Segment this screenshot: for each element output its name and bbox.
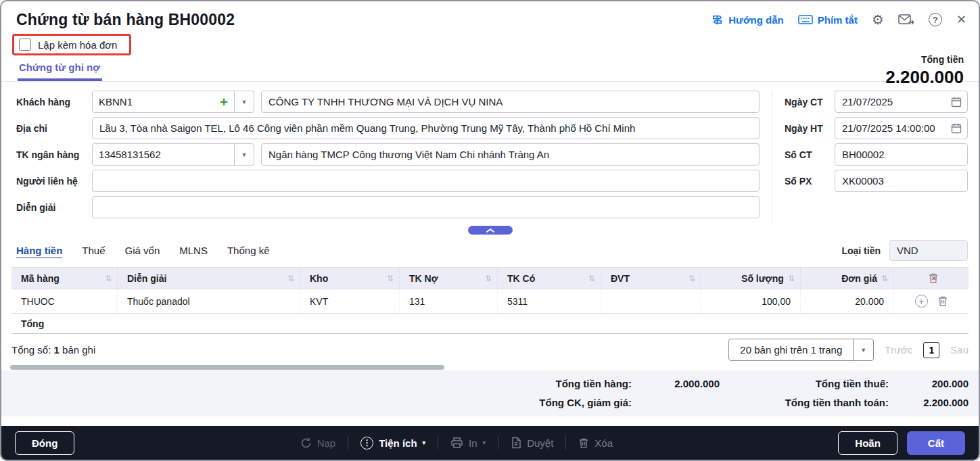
total-amount-box: Tổng tiền 2.200.000 <box>885 54 964 88</box>
col-description[interactable]: Diễn giải⇅ <box>118 268 300 289</box>
customer-name-field[interactable] <box>261 91 760 113</box>
post-date-field[interactable]: 21/07/2025 14:00:00 <box>835 117 968 139</box>
invoice-checkbox[interactable] <box>19 39 31 51</box>
tab-debit-document[interactable]: Chứng từ ghi nợ <box>18 57 102 81</box>
scrollbar-thumb[interactable] <box>10 365 444 370</box>
guide-link[interactable]: Hướng dẫn <box>711 14 784 26</box>
total-amount-value: 2.200.000 <box>885 67 964 88</box>
customer-combo[interactable]: KBNN1 + ▼ <box>92 91 254 113</box>
close-button[interactable]: Đóng <box>15 431 74 455</box>
print-button[interactable]: In ▾ <box>450 437 486 449</box>
invoice-checkbox-label[interactable]: Lập kèm hóa đơn <box>38 39 117 51</box>
calendar-icon[interactable] <box>951 97 962 107</box>
chevron-down-icon[interactable]: ▼ <box>853 339 873 360</box>
contact-label: Người liên hệ <box>16 176 92 187</box>
description-field[interactable] <box>92 196 760 218</box>
goods-total-label: Tổng tiền hàng: <box>469 378 632 389</box>
document-form: Khách hàng KBNN1 + ▼ Địa chỉ TK ngân hàn… <box>1 82 979 226</box>
calendar-icon[interactable] <box>951 123 962 134</box>
customer-dropdown-icon[interactable]: ▼ <box>234 91 254 113</box>
main-tabs: Chứng từ ghi nợ <box>1 57 979 82</box>
send-mail-icon[interactable] <box>898 14 914 26</box>
col-item-code[interactable]: Mã hàng⇅ <box>11 268 118 289</box>
prev-page-button[interactable]: Trước <box>885 344 912 356</box>
doc-date-field[interactable]: 21/07/2025 <box>835 91 968 113</box>
utilities-button[interactable]: ⋮ Tiện ích ▾ <box>360 437 425 450</box>
sort-icon[interactable]: ⇅ <box>788 274 795 283</box>
col-debit-account[interactable]: TK Nợ⇅ <box>400 268 498 289</box>
col-warehouse[interactable]: Kho⇅ <box>300 268 400 289</box>
bank-dropdown-icon[interactable]: ▼ <box>234 143 254 166</box>
sort-icon[interactable]: ⇅ <box>881 274 888 283</box>
cell-quantity[interactable]: 100,00 <box>701 289 801 313</box>
table-row[interactable]: THUOC Thuốc panadol KVT 131 5311 100,00 … <box>11 289 969 314</box>
col-unit[interactable]: ĐVT⇅ <box>601 268 701 289</box>
tab-mlns[interactable]: MLNS <box>179 245 208 256</box>
currency-field: VND <box>889 240 968 261</box>
bank-account-combo[interactable]: 13458131562 ▼ <box>92 143 254 166</box>
add-customer-icon[interactable]: + <box>220 95 228 109</box>
approve-button[interactable]: Duyệt <box>511 437 553 449</box>
sort-icon[interactable]: ⇅ <box>485 274 492 283</box>
sort-icon[interactable]: ⇅ <box>588 274 595 283</box>
save-button[interactable]: Cất <box>907 431 965 455</box>
description-label: Diễn giải <box>16 202 92 213</box>
cell-warehouse[interactable]: KVT <box>300 289 400 313</box>
contact-field[interactable] <box>92 170 760 192</box>
items-table-header: Mã hàng⇅ Diễn giải⇅ Kho⇅ TK Nợ⇅ TK Có⇅ Đ… <box>11 267 969 289</box>
sort-icon[interactable]: ⇅ <box>287 274 294 283</box>
next-page-button[interactable]: Sau <box>950 344 969 356</box>
delete-button[interactable]: Xóa <box>578 437 613 449</box>
tax-total-label: Tổng tiền thuế: <box>720 378 889 389</box>
col-unit-price[interactable]: Đơn giá⇅ <box>801 268 894 289</box>
row-actions: + <box>894 289 969 313</box>
items-table: Mã hàng⇅ Diễn giải⇅ Kho⇅ TK Nợ⇅ TK Có⇅ Đ… <box>11 267 969 334</box>
reload-button[interactable]: Nạp <box>300 437 336 449</box>
cell-unit-price[interactable]: 20.000 <box>801 289 894 313</box>
tab-line-items[interactable]: Hàng tiền <box>16 245 62 256</box>
cell-debit-account[interactable]: 131 <box>400 289 498 313</box>
col-credit-account[interactable]: TK Có⇅ <box>498 268 601 289</box>
close-icon[interactable]: ✕ <box>956 14 966 26</box>
tab-tax[interactable]: Thuế <box>82 245 105 256</box>
delete-all-rows-icon[interactable]: ✕ <box>928 272 939 284</box>
caret-down-icon: ▾ <box>423 439 426 446</box>
doc-date-label: Ngày CT <box>785 97 835 107</box>
printer-icon <box>450 437 463 449</box>
settings-icon[interactable]: ⚙ <box>872 13 884 26</box>
discount-total-label: Tổng CK, giảm giá: <box>469 397 632 408</box>
col-quantity[interactable]: Số lượng⇅ <box>701 268 801 289</box>
collapse-strip <box>1 226 979 235</box>
cell-unit[interactable] <box>601 289 701 313</box>
table-total-row: Tổng <box>11 314 969 334</box>
sort-icon[interactable]: ⇅ <box>105 274 112 283</box>
bank-account-label: TK ngân hàng <box>16 149 92 160</box>
bank-name-field[interactable] <box>261 143 760 166</box>
pagination-bar: Tổng số: 1 bản ghi 20 bản ghi trên 1 tra… <box>1 334 979 365</box>
postpone-button[interactable]: Hoãn <box>838 431 897 455</box>
page-size-select[interactable]: 20 bản ghi trên 1 trang ▼ <box>728 339 874 361</box>
sort-icon[interactable]: ⇅ <box>689 274 695 283</box>
cell-item-code[interactable]: THUOC <box>11 289 118 313</box>
cell-credit-account[interactable]: 5311 <box>498 289 601 313</box>
tab-statistics[interactable]: Thống kê <box>227 245 270 256</box>
address-field[interactable] <box>92 117 760 139</box>
post-date-label: Ngày HT <box>785 123 835 134</box>
px-no-field[interactable] <box>835 170 968 192</box>
shortcut-link[interactable]: Phím tắt <box>798 14 858 26</box>
invoice-checkbox-highlight: Lập kèm hóa đơn <box>12 34 131 55</box>
goods-total-value: 2.000.000 <box>632 378 720 389</box>
current-page[interactable]: 1 <box>923 342 939 358</box>
customer-code: KBNN1 <box>99 96 133 107</box>
caret-down-icon: ▾ <box>483 439 486 446</box>
horizontal-scrollbar <box>1 365 979 370</box>
sort-icon[interactable]: ⇅ <box>387 274 394 283</box>
help-icon[interactable]: ? <box>929 13 942 26</box>
payment-total-value: 2.200.000 <box>889 397 969 408</box>
collapse-form-button[interactable] <box>468 226 513 235</box>
cell-description[interactable]: Thuốc panadol <box>118 289 300 313</box>
doc-no-field[interactable] <box>835 143 968 166</box>
delete-row-icon[interactable] <box>937 295 948 307</box>
add-row-icon[interactable]: + <box>915 295 928 308</box>
tab-cost[interactable]: Giá vốn <box>125 245 160 256</box>
